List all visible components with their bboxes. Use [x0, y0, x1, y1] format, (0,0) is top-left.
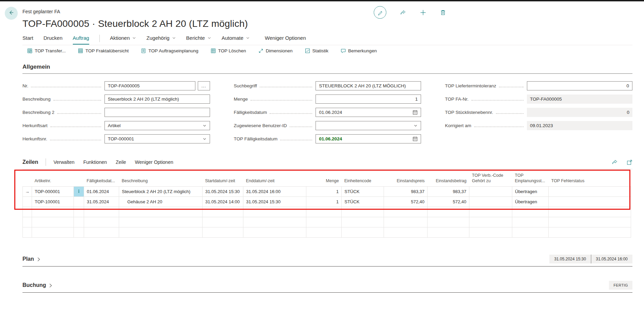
- action-statistik[interactable]: Statistik: [305, 48, 328, 53]
- delete-button[interactable]: [440, 10, 446, 16]
- field-value: TOP-000001: [108, 136, 200, 141]
- top-fälligkeitsdatum-control: 01.06.2024: [316, 134, 421, 143]
- action-top-fraktalübersicht[interactable]: TOP Fraktalübersicht: [78, 48, 129, 53]
- action-label: Bemerkungen: [348, 48, 377, 53]
- column-header-top[interactable]: TOP Einplanungsst...: [512, 172, 549, 186]
- cell-top-fehlerstatus[interactable]: [549, 196, 631, 207]
- action-dimensionen[interactable]: Dimensionen: [258, 48, 293, 53]
- lines-menu-weniger-optionen[interactable]: Weniger Optionen: [135, 159, 173, 165]
- share-lines-button[interactable]: [612, 159, 618, 165]
- tab-automate[interactable]: Automate: [222, 35, 250, 45]
- cell-fälligkeitsdat[interactable]: 01.06.2024: [84, 186, 119, 196]
- tab-start[interactable]: Start: [22, 35, 33, 45]
- zugewiesene-benutzer-id-select[interactable]: [316, 121, 421, 130]
- grid-delete-icon: [211, 48, 216, 53]
- dimensions-icon: [258, 48, 263, 53]
- tab-weniger-optionen[interactable]: Weniger Optionen: [265, 35, 306, 45]
- nr-input[interactable]: TOP-FA000005: [104, 81, 195, 90]
- tab-aktionen[interactable]: Aktionen: [110, 35, 136, 45]
- action-top-transfer[interactable]: TOP Transfer...: [27, 48, 66, 53]
- row-selector-cell[interactable]: →: [23, 186, 32, 196]
- share-button[interactable]: [400, 10, 406, 16]
- cell-menge[interactable]: 1: [306, 186, 342, 196]
- column-header-menge[interactable]: Menge: [306, 172, 342, 186]
- suchbegriff-input[interactable]: STEUERBLOCK 2 AH 20 (LTZ MÖGLICH): [316, 81, 421, 90]
- cell-einheitencode[interactable]: STÜCK: [342, 196, 384, 207]
- open-in-new-window-button[interactable]: [627, 159, 632, 165]
- cell-einstandspreis[interactable]: 572,40: [384, 196, 428, 207]
- field-nr: Nr.TOP-FA000005...: [22, 81, 210, 90]
- cell-einstandsbetrag[interactable]: 983,37: [428, 186, 469, 196]
- lines-menu-verwalten[interactable]: Verwalten: [53, 159, 74, 165]
- empty-cell: [243, 217, 306, 227]
- lines-menu-funktionen[interactable]: Funktionen: [83, 159, 107, 165]
- cell-beschreibung[interactable]: Steuerblock 2 AH 20 (LTZ möglich): [119, 186, 203, 196]
- form-column: Nr.TOP-FA000005...BeschreibungSteuerbloc…: [22, 81, 210, 143]
- new-button[interactable]: [420, 9, 426, 16]
- tab-auftrag[interactable]: Auftrag: [73, 35, 89, 45]
- cell-top-verb-code[interactable]: [469, 196, 512, 207]
- tab-berichte[interactable]: Berichte: [186, 35, 211, 45]
- lines-menu-zeile[interactable]: Zeile: [116, 159, 126, 165]
- cell-artikelnr[interactable]: TOP-100001: [32, 196, 74, 207]
- cell-einstandsbetrag[interactable]: 572,40: [428, 196, 469, 207]
- tab-drucken[interactable]: Drucken: [44, 35, 63, 45]
- row-selector-cell[interactable]: [23, 196, 32, 207]
- column-header-startdatum-zeit[interactable]: Startdatum/-zeit: [203, 172, 243, 186]
- suchbegriff-control: STEUERBLOCK 2 AH 20 (LTZ MÖGLICH): [316, 81, 421, 90]
- menge-input[interactable]: 1: [316, 95, 421, 104]
- cell-top[interactable]: Übertragen: [512, 186, 549, 196]
- cell-startdatum-zeit[interactable]: 31.05.2024 14:00: [203, 196, 243, 207]
- action-bemerkungen[interactable]: Bemerkungen: [341, 48, 377, 53]
- empty-cell: [549, 207, 631, 217]
- cell-enddatum-zeit[interactable]: 31.05.2024 16:00: [243, 186, 306, 196]
- empty-cell: [203, 227, 243, 237]
- row-options-cell[interactable]: ⋮: [74, 186, 84, 196]
- fälligkeitsdatum-input[interactable]: 01.06.2024: [316, 108, 421, 117]
- plan-start-time: 31.05.2024 15:30: [549, 255, 591, 263]
- cell-top-fehlerstatus[interactable]: [549, 186, 631, 196]
- cell-einstandspreis[interactable]: 983,37: [384, 186, 428, 196]
- action-top-löschen[interactable]: TOP Löschen: [211, 48, 246, 53]
- cell-enddatum-zeit[interactable]: 31.05.2024 15:30: [243, 196, 306, 207]
- plan-expander[interactable]: Plan: [22, 256, 41, 262]
- column-header-beschreibung[interactable]: Beschreibung: [119, 172, 203, 186]
- cell-einheitencode[interactable]: STÜCK: [342, 186, 384, 196]
- column-header-fälligkeitsdat[interactable]: Fälligkeitsdat...: [84, 172, 119, 186]
- cell-menge[interactable]: 1: [306, 196, 342, 207]
- column-header-einheitencode[interactable]: Einheitencode: [342, 172, 384, 186]
- tab-label: Start: [22, 35, 33, 41]
- column-header-top-fehlerstatus[interactable]: TOP Fehlerstatus: [549, 172, 631, 186]
- field-label: Herkunftsart: [22, 123, 48, 128]
- posting-section: Buchung FERTIG: [22, 281, 632, 293]
- back-button[interactable]: [5, 7, 18, 20]
- empty-cell: [306, 217, 342, 227]
- posting-status-badge: FERTIG: [609, 281, 632, 290]
- column-header-enddatum-zeit[interactable]: Enddatum/-zeit: [243, 172, 306, 186]
- top-liefertermintoleranz-control: 0: [527, 81, 632, 90]
- action-top-auftragseinplanung[interactable]: TOP Auftragseinplanung: [141, 48, 198, 53]
- posting-expander[interactable]: Buchung: [22, 282, 52, 288]
- cell-startdatum-zeit[interactable]: 31.05.2024 15:30: [203, 186, 243, 196]
- top-fa-nr-value: TOP-FA000005: [527, 95, 632, 104]
- top-fälligkeitsdatum-input[interactable]: 01.06.2024: [316, 134, 421, 143]
- edit-button[interactable]: [374, 6, 386, 19]
- top-liefertermintoleranz-input[interactable]: 0: [527, 81, 632, 90]
- herkunftsart-select[interactable]: Artikel: [104, 121, 210, 130]
- assist-edit-button[interactable]: ...: [198, 81, 210, 90]
- beschreibung-2-input[interactable]: [104, 108, 210, 117]
- column-header-einstandsbetrag[interactable]: Einstandsbetrag: [428, 172, 469, 186]
- column-header-artikelnr[interactable]: Artikelnr.: [32, 172, 74, 186]
- herkunftsnr-select[interactable]: TOP-000001: [104, 134, 210, 143]
- empty-cell: [512, 227, 549, 237]
- cell-fälligkeitsdat[interactable]: 31.05.2024: [84, 196, 119, 207]
- cell-top[interactable]: Übertragen: [512, 196, 549, 207]
- beschreibung-input[interactable]: Steuerblock 2 AH 20 (LTZ möglich): [104, 95, 210, 104]
- empty-cell: [342, 217, 384, 227]
- cell-beschreibung[interactable]: Gehäuse 2 AH 20: [119, 196, 203, 207]
- column-header-top-verb-code[interactable]: TOP Verb.-Code Gehört zu: [469, 172, 512, 186]
- tab-zugehörig[interactable]: Zugehörig: [146, 35, 176, 45]
- cell-top-verb-code[interactable]: [469, 186, 512, 196]
- cell-artikelnr[interactable]: TOP-000001: [32, 186, 74, 196]
- column-header-einstandspreis[interactable]: Einstandspreis: [384, 172, 428, 186]
